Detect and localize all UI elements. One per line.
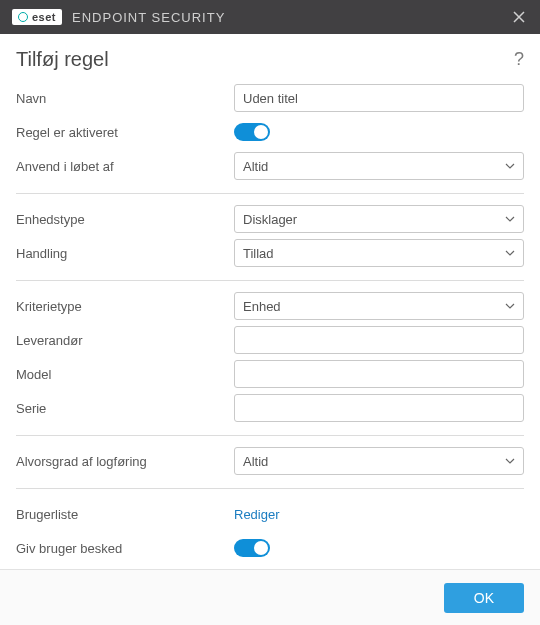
chevron-down-icon (505, 454, 515, 469)
titlebar: eset ENDPOINT SECURITY (0, 0, 540, 34)
row-vendor: Leverandør (16, 323, 524, 357)
criteria-type-value: Enhed (243, 299, 281, 314)
row-action: Handling Tillad (16, 236, 524, 270)
action-label: Handling (16, 246, 234, 261)
apply-during-value: Altid (243, 159, 268, 174)
chevron-down-icon (505, 159, 515, 174)
row-log-severity: Alvorsgrad af logføring Altid (16, 444, 524, 478)
page-header: Tilføj regel ? (0, 34, 540, 81)
brand-badge: eset (12, 9, 62, 25)
name-input[interactable] (234, 84, 524, 112)
row-name: Navn (16, 81, 524, 115)
separator (16, 193, 524, 194)
row-criteria-type: Kriterietype Enhed (16, 289, 524, 323)
help-button[interactable]: ? (514, 49, 524, 70)
chevron-down-icon (505, 212, 515, 227)
apply-during-select[interactable]: Altid (234, 152, 524, 180)
vendor-label: Leverandør (16, 333, 234, 348)
separator (16, 280, 524, 281)
separator (16, 488, 524, 489)
footer: OK (0, 569, 540, 625)
row-model: Model (16, 357, 524, 391)
row-user-list: Brugerliste Rediger (16, 497, 524, 531)
notify-user-label: Giv bruger besked (16, 541, 234, 556)
row-notify-user: Giv bruger besked (16, 531, 524, 565)
user-list-label: Brugerliste (16, 507, 234, 522)
log-severity-select[interactable]: Altid (234, 447, 524, 475)
serial-input[interactable] (234, 394, 524, 422)
chevron-down-icon (505, 299, 515, 314)
apply-during-label: Anvend i løbet af (16, 159, 234, 174)
name-label: Navn (16, 91, 234, 106)
ok-button[interactable]: OK (444, 583, 524, 613)
criteria-type-select[interactable]: Enhed (234, 292, 524, 320)
close-button[interactable] (508, 6, 530, 28)
model-label: Model (16, 367, 234, 382)
action-select[interactable]: Tillad (234, 239, 524, 267)
notify-user-toggle[interactable] (234, 539, 270, 557)
criteria-type-label: Kriterietype (16, 299, 234, 314)
row-activated: Regel er aktiveret (16, 115, 524, 149)
device-type-label: Enhedstype (16, 212, 234, 227)
action-value: Tillad (243, 246, 274, 261)
brand-icon (18, 12, 28, 22)
form-body: Navn Regel er aktiveret Anvend i løbet a… (0, 81, 540, 565)
activated-toggle[interactable] (234, 123, 270, 141)
app-name: ENDPOINT SECURITY (72, 10, 225, 25)
serial-label: Serie (16, 401, 234, 416)
row-serial: Serie (16, 391, 524, 425)
activated-label: Regel er aktiveret (16, 125, 234, 140)
log-severity-value: Altid (243, 454, 268, 469)
separator (16, 435, 524, 436)
log-severity-label: Alvorsgrad af logføring (16, 454, 234, 469)
row-device-type: Enhedstype Disklager (16, 202, 524, 236)
user-list-edit-link[interactable]: Rediger (234, 507, 280, 522)
close-icon (513, 11, 525, 23)
model-input[interactable] (234, 360, 524, 388)
page-title: Tilføj regel (16, 48, 109, 71)
device-type-value: Disklager (243, 212, 297, 227)
brand-text: eset (32, 11, 56, 23)
device-type-select[interactable]: Disklager (234, 205, 524, 233)
chevron-down-icon (505, 246, 515, 261)
row-apply-during: Anvend i løbet af Altid (16, 149, 524, 183)
vendor-input[interactable] (234, 326, 524, 354)
